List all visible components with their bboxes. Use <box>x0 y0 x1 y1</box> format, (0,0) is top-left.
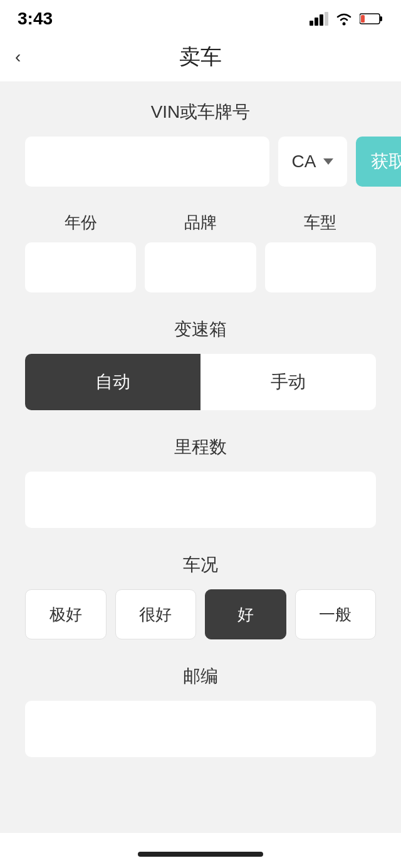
condition-good-button[interactable]: 好 <box>205 589 286 639</box>
back-button[interactable]: ‹ <box>15 47 21 67</box>
car-details-section: 年份 品牌 车型 <box>25 212 376 292</box>
condition-section: 车况 极好 很好 好 一般 <box>25 553 376 639</box>
model-section: 车型 <box>265 212 376 292</box>
signal-icon <box>310 12 328 26</box>
svg-point-4 <box>343 23 346 26</box>
model-label: 车型 <box>265 212 376 234</box>
year-section: 年份 <box>25 212 136 292</box>
svg-rect-7 <box>361 15 365 23</box>
vin-label: VIN或车牌号 <box>25 100 376 124</box>
status-time: 3:43 <box>18 9 53 29</box>
wifi-icon <box>335 12 353 26</box>
transmission-toggle: 自动 手动 <box>25 354 376 410</box>
zipcode-label: 邮编 <box>25 664 376 688</box>
condition-normal-button[interactable]: 一般 <box>295 589 377 639</box>
transmission-section: 变速箱 自动 手动 <box>25 318 376 410</box>
condition-label: 车况 <box>25 553 376 577</box>
transmission-label: 变速箱 <box>25 318 376 341</box>
page-title: 卖车 <box>179 43 222 71</box>
status-icons <box>310 12 383 26</box>
svg-rect-1 <box>315 18 318 26</box>
ca-value: CA <box>292 152 316 172</box>
ca-dropdown[interactable]: CA <box>278 137 347 187</box>
zipcode-input[interactable] <box>25 701 376 757</box>
zipcode-section: 邮编 <box>25 664 376 757</box>
status-bar: 3:43 <box>0 0 401 35</box>
chevron-down-icon <box>323 158 333 165</box>
car-details-row: 年份 品牌 车型 <box>25 212 376 292</box>
transmission-auto-button[interactable]: 自动 <box>25 354 200 410</box>
condition-very-good-button[interactable]: 很好 <box>115 589 197 639</box>
model-input[interactable] <box>265 242 376 292</box>
nav-bar: ‹ 卖车 <box>0 35 401 81</box>
mileage-label: 里程数 <box>25 435 376 459</box>
condition-row: 极好 很好 好 一般 <box>25 589 376 639</box>
svg-rect-2 <box>320 14 323 26</box>
year-input[interactable] <box>25 242 136 292</box>
condition-excellent-button[interactable]: 极好 <box>25 589 107 639</box>
brand-section: 品牌 <box>145 212 256 292</box>
mileage-input[interactable] <box>25 472 376 528</box>
svg-rect-0 <box>310 21 313 26</box>
main-content: VIN或车牌号 CA 获取信息 年份 品牌 车型 <box>0 81 401 833</box>
vin-row: CA 获取信息 <box>25 137 376 187</box>
vin-input[interactable] <box>25 137 269 187</box>
transmission-manual-button[interactable]: 手动 <box>200 354 376 410</box>
fetch-info-button[interactable]: 获取信息 <box>356 137 401 187</box>
brand-input[interactable] <box>145 242 256 292</box>
brand-label: 品牌 <box>145 212 256 234</box>
battery-icon <box>360 13 383 25</box>
vin-section: VIN或车牌号 CA 获取信息 <box>25 100 376 187</box>
year-label: 年份 <box>25 212 136 234</box>
svg-rect-3 <box>325 12 328 26</box>
home-indicator <box>138 852 263 857</box>
mileage-section: 里程数 <box>25 435 376 528</box>
svg-rect-6 <box>380 16 382 21</box>
